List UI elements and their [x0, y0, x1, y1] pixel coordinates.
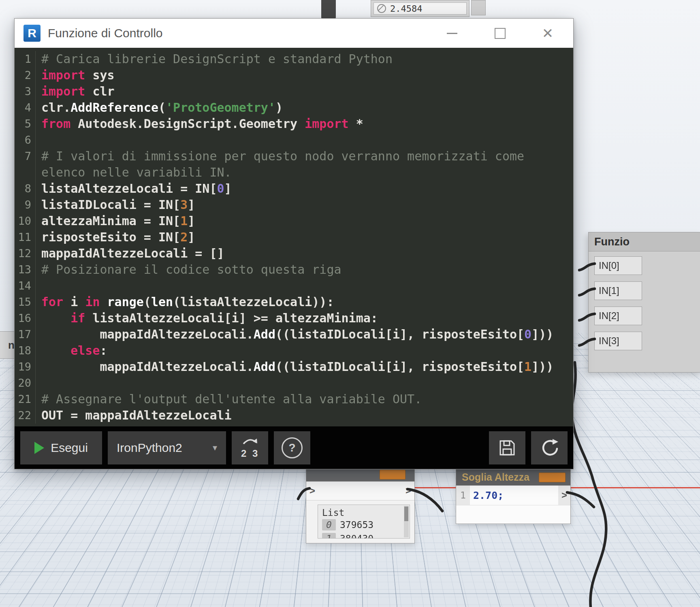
- save-icon: [497, 438, 517, 458]
- chevron-down-icon: ▾: [213, 443, 217, 453]
- revert-icon: [540, 438, 559, 458]
- line-content: else:: [36, 343, 568, 359]
- line-content: clr.AddReference('ProtoGeometry'): [36, 100, 568, 116]
- code-block-text[interactable]: 2.70;: [470, 486, 558, 505]
- list-node[interactable]: > > List 03796531380430: [306, 466, 415, 543]
- line-content: altezzaMinima = IN[1]: [36, 213, 568, 229]
- slider-value: 2.4584: [390, 4, 422, 14]
- svg-text:2: 2: [241, 448, 246, 459]
- line-content: for i in range(len(listaAltezzeLocali)):: [36, 294, 568, 310]
- code-line: 9listaIDLocali = IN[3]: [15, 197, 573, 213]
- help-button[interactable]: ?: [274, 431, 310, 464]
- code-line: 6: [15, 132, 573, 148]
- warning-badge: [539, 473, 566, 482]
- window-title: Funzione di Controllo: [48, 26, 163, 40]
- maximize-icon: [495, 28, 506, 39]
- save-button[interactable]: [489, 431, 525, 464]
- line-number: 7: [15, 148, 36, 181]
- minimize-button[interactable]: [445, 26, 459, 40]
- line-content: risposteEsito = IN[2]: [36, 229, 568, 245]
- dynamo-workspace[interactable]: 2.4584 n Funzio IN[0]IN[1]IN[2]IN[3] > >…: [0, 0, 700, 607]
- line-content: if listaAltezzeLocali[i] >= altezzaMinim…: [36, 310, 568, 326]
- line-content: mappaIdAltezzeLocali.Add((listaIDLocali[…: [36, 359, 568, 375]
- svg-text:3: 3: [252, 448, 258, 459]
- minimize-icon: [447, 33, 457, 34]
- list-item-index: 1: [322, 533, 336, 539]
- code-line: 4clr.AddReference('ProtoGeometry'): [15, 100, 573, 116]
- line-number: 16: [15, 310, 36, 326]
- line-content: mappaIdAltezzeLocali.Add((listaIDLocali[…: [36, 326, 568, 343]
- slider-value-box: 2.4584: [373, 2, 467, 15]
- input-port[interactable]: IN[0]: [594, 256, 642, 275]
- list-preview: List 03796531380430: [318, 505, 410, 539]
- input-port[interactable]: >: [309, 485, 315, 496]
- line-number: 15: [15, 294, 36, 310]
- code-line: 2import sys: [15, 67, 573, 83]
- list-item-value: 379653: [340, 520, 373, 530]
- window-title-bar[interactable]: R Funzione di Controllo ✕: [15, 19, 573, 48]
- funzione-node-title: Funzio: [594, 236, 630, 248]
- funzione-node-header[interactable]: Funzio: [589, 232, 700, 251]
- code-line: 5from Autodesk.DesignScript.Geometry imp…: [15, 116, 573, 132]
- funzione-node[interactable]: Funzio IN[0]IN[1]IN[2]IN[3]: [588, 232, 700, 373]
- line-number: 4: [15, 100, 36, 116]
- output-port[interactable]: >: [558, 486, 570, 505]
- code-line: 11risposteEsito = IN[2]: [15, 229, 573, 245]
- line-content: mappaIdAltezzeLocali = []: [36, 245, 568, 262]
- input-port[interactable]: IN[2]: [594, 307, 642, 325]
- line-number: 11: [15, 229, 36, 245]
- close-button[interactable]: ✕: [541, 26, 555, 40]
- line-content: import sys: [36, 67, 568, 83]
- list-items: 03796531380430: [322, 518, 410, 539]
- code-line: 16 if listaAltezzeLocali[i] >= altezzaMi…: [15, 310, 573, 326]
- code-line-number: 1: [456, 486, 470, 505]
- line-content: # Assegnare l'output dell'utente alla va…: [36, 391, 568, 407]
- input-port[interactable]: IN[1]: [594, 281, 642, 300]
- line-content: import clr: [36, 83, 568, 100]
- code-line: 19 mappaIdAltezzeLocali.Add((listaIDLoca…: [15, 359, 573, 375]
- code-lines: 1# Carica librerie DesignScript e standa…: [15, 51, 573, 424]
- window-controls: ✕: [445, 26, 573, 40]
- soglia-code-row: 1 2.70; >: [456, 486, 570, 505]
- soglia-altezza-node[interactable]: Soglia Altezza 1 2.70; >: [456, 462, 571, 524]
- code-line: 8listaAltezzeLocali = IN[0]: [15, 181, 573, 197]
- engine-dropdown[interactable]: IronPython2 ▾: [108, 431, 226, 464]
- line-content: [36, 375, 568, 391]
- list-item-value: 380430: [340, 533, 373, 539]
- slider-node-fragment[interactable]: 2.4584: [371, 0, 470, 17]
- null-icon: [377, 4, 386, 13]
- line-number: 21: [15, 391, 36, 407]
- list-item: 1380430: [322, 532, 410, 539]
- line-number: 3: [15, 83, 36, 100]
- maximize-button[interactable]: [493, 26, 507, 40]
- code-line: 13# Posizionare il codice sotto questa r…: [15, 262, 573, 278]
- revit-logo-icon: R: [23, 25, 41, 42]
- input-port[interactable]: IN[3]: [594, 332, 642, 350]
- code-line: 12mappaIdAltezzeLocali = []: [15, 245, 573, 262]
- help-icon: ?: [282, 437, 303, 458]
- run-button[interactable]: Esegui: [20, 431, 102, 464]
- node-fragment-small-box: [471, 0, 486, 15]
- list-item: 0379653: [322, 518, 410, 532]
- line-content: from Autodesk.DesignScript.Geometry impo…: [36, 116, 568, 132]
- code-editor[interactable]: 1# Carica librerie DesignScript e standa…: [15, 48, 573, 426]
- code-line: 14: [15, 278, 573, 294]
- migration-icon: 2 3: [238, 437, 262, 459]
- line-content: listaIDLocali = IN[3]: [36, 197, 568, 213]
- line-number: 14: [15, 278, 36, 294]
- line-number: 1: [15, 51, 36, 67]
- list-scrollbar[interactable]: [404, 506, 409, 537]
- revert-button[interactable]: [531, 431, 568, 464]
- line-content: [36, 132, 568, 148]
- line-number: 8: [15, 181, 36, 197]
- line-number: 19: [15, 359, 36, 375]
- scrollbar-thumb[interactable]: [404, 507, 408, 521]
- line-content: # Carica librerie DesignScript e standar…: [36, 51, 568, 67]
- line-number: 18: [15, 343, 36, 359]
- code-line: 10altezzaMinima = IN[1]: [15, 213, 573, 229]
- output-port[interactable]: >: [405, 485, 411, 496]
- code-line: 21# Assegnare l'output dell'utente alla …: [15, 391, 573, 407]
- code-line: 3import clr: [15, 83, 573, 100]
- funzione-node-ports: IN[0]IN[1]IN[2]IN[3]: [589, 251, 700, 350]
- migration-assistant-button[interactable]: 2 3: [232, 431, 268, 464]
